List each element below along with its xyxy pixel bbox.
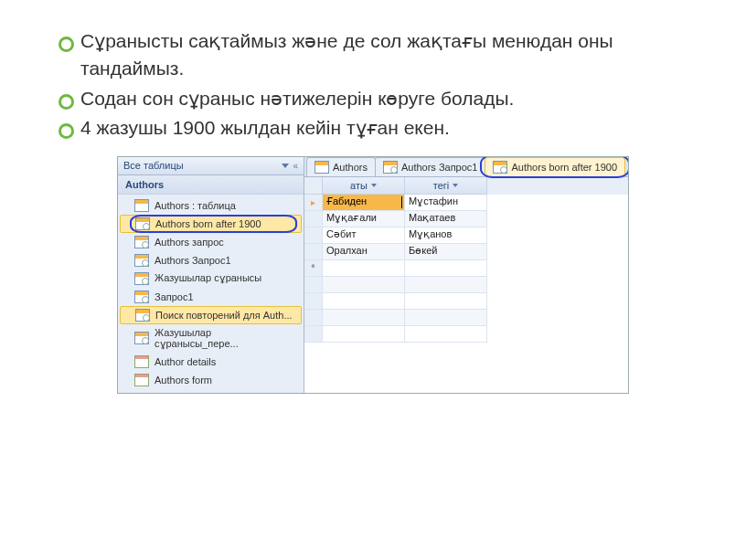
document-tab[interactable]: Authors	[306, 157, 376, 176]
cell[interactable]: Мұқанов	[405, 227, 487, 244]
cell	[323, 310, 405, 326]
row-selector	[304, 293, 323, 310]
nav-item-query[interactable]: Жазушылар сұранысы	[118, 269, 304, 288]
query-icon	[134, 272, 149, 285]
query-icon	[134, 332, 149, 344]
access-window: Все таблицы « Authors Authors : таблицаA…	[117, 156, 629, 394]
nav-item-query[interactable]: Authors Запрос1	[118, 251, 304, 269]
nav-item-label: Authors запрос	[155, 237, 224, 248]
datasheet-area: AuthorsAuthors Запрос1Authors born after…	[304, 157, 628, 393]
column-header-label: тегі	[433, 180, 450, 191]
sort-dropdown-icon[interactable]	[453, 184, 458, 187]
cell	[405, 293, 487, 310]
cell[interactable]: Мұстафин	[405, 195, 487, 211]
cell[interactable]	[405, 260, 487, 277]
query-icon	[134, 291, 149, 303]
cell	[405, 326, 487, 343]
cell	[323, 326, 405, 343]
row-selector	[304, 277, 323, 293]
table-row[interactable]: ▸ҒабиденМұстафин	[304, 195, 628, 211]
nav-item-query[interactable]: Поиск повторений для Auth...	[120, 306, 302, 324]
row-selector	[304, 326, 323, 343]
nav-item-label: Жазушылар сұранысы_пере...	[155, 327, 296, 350]
empty-row	[304, 277, 628, 293]
nav-item-form[interactable]: Authors form	[118, 371, 304, 389]
row-selector[interactable]	[304, 211, 323, 227]
document-tabs: AuthorsAuthors Запрос1Authors born after…	[304, 157, 628, 177]
nav-header-title: Все таблицы	[123, 160, 184, 171]
nav-item-label: Жазушылар сұранысы	[155, 272, 261, 284]
navigation-pane: Все таблицы « Authors Authors : таблицаA…	[118, 157, 304, 393]
nav-item-label: Authors form	[155, 375, 212, 386]
form-icon	[134, 355, 149, 368]
tab-label: Authors	[333, 162, 368, 173]
nav-item-label: Запрос1	[155, 291, 194, 302]
row-selector[interactable]: ▸	[304, 195, 323, 211]
nav-item-label: Authors : таблица	[155, 200, 236, 211]
cell	[405, 277, 487, 293]
empty-row	[304, 293, 628, 310]
nav-item-label: Authors Запрос1	[155, 255, 231, 266]
cell[interactable]	[323, 260, 405, 277]
row-selector-header[interactable]	[304, 177, 323, 195]
cell[interactable]: Мұқағали	[323, 211, 405, 227]
new-row[interactable]: *	[304, 260, 628, 277]
chevron-down-icon[interactable]	[282, 164, 289, 168]
empty-row	[304, 326, 628, 343]
form-icon	[134, 374, 149, 386]
query-icon	[135, 217, 150, 230]
cell[interactable]: Бөкей	[405, 244, 487, 260]
nav-item-label: Author details	[155, 356, 216, 367]
nav-item-label: Authors born after 1900	[155, 218, 261, 229]
query-icon	[135, 309, 150, 322]
table-row[interactable]: ОралханБөкей	[304, 244, 628, 260]
datasheet-grid: аты тегі ▸ҒабиденМұстафинМұқағалиМақатае…	[304, 177, 628, 343]
table-row[interactable]: МұқағалиМақатаев	[304, 211, 628, 227]
sort-dropdown-icon[interactable]	[371, 184, 377, 187]
nav-item-form[interactable]: Author details	[118, 353, 304, 371]
cell[interactable]: Ғабиден	[323, 195, 405, 211]
nav-item-query[interactable]: Authors born after 1900	[120, 215, 302, 233]
cell[interactable]: Оралхан	[323, 244, 405, 260]
tab-label: Authors born after 1900	[511, 162, 617, 173]
table-icon	[314, 161, 329, 174]
cell[interactable]: Сәбит	[323, 227, 405, 244]
nav-item-label: Поиск повторений для Auth...	[155, 310, 293, 321]
row-selector[interactable]	[304, 227, 323, 244]
nav-item-query[interactable]: Запрос1	[118, 288, 304, 306]
collapse-pane-icon[interactable]: «	[293, 161, 298, 171]
query-icon	[493, 161, 507, 174]
document-tab[interactable]: Authors Запрос1	[375, 157, 486, 176]
nav-header[interactable]: Все таблицы «	[118, 157, 304, 175]
bullet-item: 4 жазушы 1900 жылдан кейін тұған екен.	[55, 114, 691, 142]
query-icon	[134, 254, 149, 267]
cell	[323, 277, 405, 293]
cell	[405, 310, 487, 326]
nav-item-query[interactable]: Жазушылар сұранысы_пере...	[118, 324, 304, 353]
new-row-marker[interactable]: *	[304, 260, 323, 277]
row-selector[interactable]	[304, 244, 323, 260]
table-row[interactable]: СәбитМұқанов	[304, 227, 628, 244]
empty-row	[304, 310, 628, 326]
nav-item-query[interactable]: Authors запрос	[118, 233, 304, 251]
bullet-list: Сұранысты сақтаймыз және де сол жақтағы …	[55, 27, 691, 143]
query-icon	[134, 236, 149, 248]
table-icon	[134, 199, 149, 212]
bullet-item: Содан сон сұраныс нәтижелерін көруге бол…	[55, 85, 691, 112]
document-tab[interactable]: Authors born after 1900	[485, 157, 625, 176]
cell[interactable]: Мақатаев	[405, 211, 487, 227]
query-icon	[383, 161, 398, 174]
row-selector	[304, 310, 323, 326]
cell	[323, 293, 405, 310]
nav-item-table[interactable]: Authors : таблица	[118, 196, 304, 215]
nav-group-title[interactable]: Authors	[118, 175, 304, 195]
column-header[interactable]: аты	[323, 177, 405, 195]
column-header-label: аты	[350, 180, 368, 191]
bullet-item: Сұранысты сақтаймыз және де сол жақтағы …	[55, 27, 691, 83]
tab-label: Authors Запрос1	[401, 162, 478, 173]
column-header[interactable]: тегі	[405, 177, 487, 195]
